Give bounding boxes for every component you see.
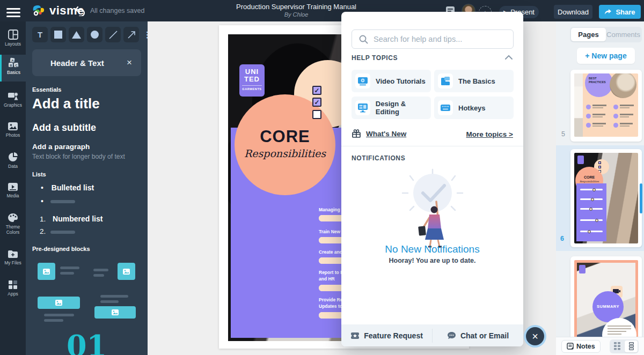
core-title[interactable]: CORE [235,127,335,146]
placeholder-bar [44,314,74,316]
bullet-icon: • [41,183,43,192]
page-thumbnail-6[interactable]: CORE Responsibilities [570,149,642,247]
sidebar-item-basics[interactable]: A B C Basics [0,55,26,82]
triangle-icon [72,31,81,39]
block-image-right[interactable] [118,263,135,280]
basics-panel: T ⋮ Header & Text × Essentials Add a tit… [26,21,148,355]
gift-icon [352,129,361,138]
document-byline: By Chloe [284,11,309,18]
sidebar-item-photos[interactable]: Photos [0,119,26,144]
section-title: Header & Text [50,58,104,68]
theme-colors-icon [8,213,18,223]
sidebar-item-graphics[interactable]: Graphics [0,88,26,113]
more-topics-link[interactable]: More topics > [466,130,513,138]
share-button[interactable]: Share [599,5,641,19]
undo-icon[interactable] [74,5,86,16]
topic-design-editing[interactable]: Design & Editing [352,97,431,119]
thumb-photo-strip [574,73,583,137]
add-paragraph-item[interactable]: Add a paragraph [32,143,90,151]
panel-scroll-indicator[interactable] [640,183,642,213]
sidebar-item-media[interactable]: Media [0,180,26,204]
arrow-tool-button[interactable] [123,27,139,42]
chevron-up-icon[interactable] [505,55,513,60]
triangle-shape-button[interactable] [69,27,84,42]
bulleted-list-item[interactable]: • Bulleted list [41,183,94,192]
check-icon: ✓ [314,99,319,106]
numbered-list-item[interactable]: 1. Numbered list [40,215,103,223]
block-banner-top[interactable] [38,297,80,309]
no-notifications-illustration [390,168,475,249]
number-marker: 2. [40,227,46,235]
checkbox-empty[interactable] [312,110,321,119]
list-view-button[interactable] [625,341,638,352]
text-tool-icon: T [38,30,42,39]
share-label: Share [616,8,635,16]
page-thumbnail-7[interactable]: SUMMARY [570,256,642,347]
badge-line1: UNI [239,68,265,76]
feature-request-label: Feature Request [364,331,423,340]
block-image-left[interactable] [38,263,55,280]
sidebar-item-theme-colors[interactable]: Theme Colors [0,210,26,241]
topic-label: Design & Editing [376,100,431,116]
help-search[interactable] [352,29,514,49]
topic-hotkeys[interactable]: Hotkeys [434,97,514,119]
hamburger-menu-icon[interactable] [6,6,20,19]
whats-new-link[interactable]: What's New [352,129,406,138]
placeholder-bar [93,269,108,271]
topic-the-basics[interactable]: The Basics [434,70,514,92]
placeholder-bar [44,319,63,322]
help-footer: Feature Request Chat or Email [341,324,523,346]
grid-view-button[interactable] [611,341,624,352]
line-tool-button[interactable] [105,27,121,42]
thumb-checkbox [598,161,601,164]
visme-logo-icon [30,3,46,18]
text-tool-button[interactable]: T [32,27,48,42]
no-notifications-title: No New Notifications [341,243,523,255]
line-icon [109,31,118,39]
sidebar-item-apps[interactable]: Apps [0,277,26,302]
placeholder-bar [50,231,75,234]
feature-request-button[interactable]: Feature Request [341,331,432,340]
sidebar-item-layouts[interactable]: Layouts [0,27,26,51]
pages-comments-tabs: Pages Comments [570,27,642,42]
topic-label: Hotkeys [458,104,486,112]
pages-panel-footer: Notes [556,337,644,355]
whats-new-label: What's New [366,130,406,138]
sidebar-item-data[interactable]: Data [0,149,26,174]
square-shape-button[interactable] [50,27,66,42]
no-notifications-subtitle: Hooray! You are up to date. [341,257,523,264]
download-button[interactable]: Download [554,5,592,19]
paragraph-description: Text block for longer body of text [32,153,125,160]
chat-or-email-button[interactable]: Chat or Email [433,331,523,340]
checkbox-checked-2[interactable]: ✓ [312,98,321,107]
numbered-block-preview[interactable]: 01 [26,331,148,355]
lists-label: Lists [32,171,46,178]
topic-label: The Basics [458,77,495,85]
core-subtitle[interactable]: Responsibilities [235,147,335,159]
topic-video-tutorials[interactable]: Video Tutorials [352,70,431,92]
checkbox-checked-1[interactable]: ✓ [312,86,321,95]
help-popup: HELP TOPICS Video Tutorials The Basics D… [341,12,523,346]
notes-button[interactable]: Notes [561,340,601,353]
new-page-button[interactable]: + New page [577,48,635,64]
header-text-section[interactable]: Header & Text × [32,49,141,76]
page-thumbnail-5[interactable]: BEST PRACTICES [570,70,642,142]
thumb-heading: CORE [575,175,603,179]
more-tools-button[interactable]: ⋮ [140,27,148,42]
add-subtitle-item[interactable]: Add a subtitle [32,122,96,134]
grid-view-icon [614,342,621,350]
united-garments-badge[interactable]: UNI TED GARMENTS [239,64,265,97]
block-banner-bottom[interactable] [94,306,136,319]
sidebar-item-my-files[interactable]: My Files [0,247,26,271]
tab-comments[interactable]: Comments [606,28,641,41]
chat-or-email-label: Chat or Email [460,331,509,340]
close-icon: × [532,330,538,343]
close-icon[interactable]: × [127,57,132,68]
document-title[interactable]: Production Supervisor Training Manual [236,3,356,11]
add-title-item[interactable]: Add a title [32,95,100,112]
circle-shape-button[interactable] [87,27,103,42]
help-search-input[interactable] [374,35,513,43]
tab-pages[interactable]: Pages [571,28,606,41]
close-help-button[interactable]: × [524,325,546,347]
chat-icon [447,331,456,339]
